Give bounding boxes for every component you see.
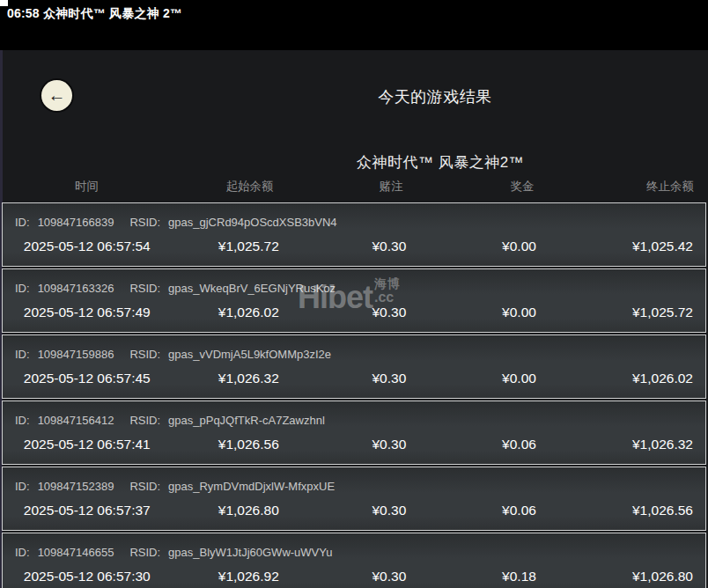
row-id-line: ID:109847152389RSID:gpas_RymDVmdDjxlW-Mf… — [3, 480, 705, 494]
row-id-line: ID:109847146655RSID:gpas_BlyW1JtJj60GWw-… — [3, 546, 705, 560]
cell-start-balance: ¥1,025.72 — [172, 238, 327, 255]
column-header-prize: 奖金 — [455, 179, 590, 195]
id-label: ID: — [15, 414, 30, 427]
cell-bet: ¥0.30 — [326, 502, 453, 519]
rsid-label: RSID: — [129, 546, 160, 559]
cell-end-balance: ¥1,026.32 — [586, 436, 705, 453]
cell-end-balance: ¥1,026.56 — [586, 502, 705, 519]
id-label: ID: — [15, 216, 30, 229]
column-header-bet: 赌注 — [328, 179, 455, 195]
cell-datetime: 2025-05-12 06:57:41 — [3, 436, 172, 453]
cell-start-balance: ¥1,026.32 — [172, 370, 327, 387]
cell-bet: ¥0.30 — [326, 370, 453, 387]
cell-prize: ¥0.00 — [453, 370, 586, 387]
cell-prize: ¥0.06 — [453, 502, 586, 519]
cell-bet: ¥0.30 — [326, 238, 453, 255]
status-bar-title: 06:58 众神时代™ 风暴之神 2™ — [7, 6, 182, 22]
round-id: 109847152389 — [38, 480, 114, 493]
cell-bet: ¥0.30 — [326, 568, 453, 585]
id-label: ID: — [15, 480, 30, 493]
results-panel: ← 今天的游戏结果 众神时代™ 风暴之神2™ 时间 起始余额 赌注 奖金 终止余… — [0, 50, 708, 588]
cell-prize: ¥0.00 — [453, 304, 586, 321]
column-header-time: 时间 — [2, 179, 172, 195]
row-values: 2025-05-12 06:57:37 ¥1,026.80 ¥0.30 ¥0.0… — [3, 502, 705, 519]
cell-end-balance: ¥1,025.72 — [586, 304, 705, 321]
page-title: 今天的游戏结果 — [162, 86, 708, 107]
id-label: ID: — [15, 282, 30, 295]
cell-datetime: 2025-05-12 06:57:54 — [3, 238, 172, 255]
cell-bet: ¥0.30 — [326, 436, 453, 453]
table-row: ID:109847156412RSID:gpas_pPqJQfTkR-cA7Za… — [2, 401, 706, 465]
rsid-label: RSID: — [129, 348, 160, 361]
table-row: ID:109847166839RSID:gpas_gjCRd94pOScdXSB… — [2, 202, 706, 267]
table-header-row: 时间 起始余额 赌注 奖金 终止余额 — [2, 179, 708, 195]
rsid-label: RSID: — [129, 414, 160, 427]
row-values: 2025-05-12 06:57:41 ¥1,026.56 ¥0.30 ¥0.0… — [3, 436, 705, 453]
column-header-start-balance: 起始余额 — [172, 179, 328, 195]
table-row: ID:109847152389RSID:gpas_RymDVmdDjxlW-Mf… — [2, 467, 706, 531]
cell-start-balance: ¥1,026.80 — [172, 502, 327, 519]
rsid-label: RSID: — [129, 282, 160, 295]
row-values: 2025-05-12 06:57:30 ¥1,026.92 ¥0.30 ¥0.1… — [3, 568, 705, 585]
table-row: ID:109847163326RSID:gpas_WkeqBrV_6EGNjYR… — [2, 268, 706, 333]
round-id: 109847156412 — [38, 414, 114, 427]
cell-prize: ¥0.06 — [453, 436, 586, 453]
round-rsid: gpas_BlyW1JtJj60GWw-uWVYu — [168, 546, 332, 559]
cell-datetime: 2025-05-12 06:57:37 — [3, 502, 172, 519]
cell-start-balance: ¥1,026.56 — [172, 436, 327, 453]
table-row: ID:109847159886RSID:gpas_vVDmjA5L9kfOMMp… — [2, 334, 706, 399]
cell-bet: ¥0.30 — [326, 304, 453, 321]
row-id-line: ID:109847156412RSID:gpas_pPqJQfTkR-cA7Za… — [3, 414, 705, 428]
back-arrow-icon: ← — [48, 85, 66, 105]
round-rsid: gpas_WkeqBrV_6EGNjYRusKoz — [168, 282, 336, 295]
cell-prize: ¥0.00 — [453, 238, 586, 255]
round-id: 109847163326 — [38, 282, 114, 295]
row-values: 2025-05-12 06:57:54 ¥1,025.72 ¥0.30 ¥0.0… — [3, 238, 705, 255]
game-title: 众神时代™ 风暴之神2™ — [173, 152, 708, 173]
cell-end-balance: ¥1,026.80 — [586, 568, 705, 585]
cell-datetime: 2025-05-12 06:57:30 — [3, 568, 172, 585]
rsid-label: RSID: — [129, 480, 160, 493]
status-bar: 06:58 众神时代™ 风暴之神 2™ — [0, 0, 708, 50]
cell-datetime: 2025-05-12 06:57:49 — [3, 304, 172, 321]
row-id-line: ID:109847163326RSID:gpas_WkeqBrV_6EGNjYR… — [3, 282, 705, 296]
results-list: ID:109847166839RSID:gpas_gjCRd94pOScdXSB… — [2, 202, 706, 588]
row-id-line: ID:109847159886RSID:gpas_vVDmjA5L9kfOMMp… — [3, 348, 705, 362]
table-row: ID:109847146655RSID:gpas_BlyW1JtJj60GWw-… — [2, 533, 706, 588]
round-rsid: gpas_RymDVmdDjxlW-MfxpxUE — [168, 480, 335, 493]
rsid-label: RSID: — [129, 216, 160, 229]
cell-end-balance: ¥1,025.42 — [586, 238, 705, 255]
id-label: ID: — [15, 348, 30, 361]
cell-prize: ¥0.18 — [453, 568, 586, 585]
round-id: 109847159886 — [38, 348, 114, 361]
round-rsid: gpas_vVDmjA5L9kfOMMp3zI2e — [168, 348, 331, 361]
cell-datetime: 2025-05-12 06:57:45 — [3, 370, 172, 387]
cell-start-balance: ¥1,026.92 — [172, 568, 327, 585]
round-id: 109847146655 — [38, 546, 114, 559]
corner-square — [0, 0, 8, 6]
round-rsid: gpas_pPqJQfTkR-cA7Zawzhnl — [168, 414, 325, 427]
row-id-line: ID:109847166839RSID:gpas_gjCRd94pOScdXSB… — [3, 216, 705, 230]
column-header-end-balance: 终止余额 — [589, 179, 708, 195]
row-values: 2025-05-12 06:57:49 ¥1,026.02 ¥0.30 ¥0.0… — [3, 304, 705, 321]
cell-end-balance: ¥1,026.02 — [586, 370, 705, 387]
row-values: 2025-05-12 06:57:45 ¥1,026.32 ¥0.30 ¥0.0… — [3, 370, 705, 387]
back-button[interactable]: ← — [41, 80, 72, 111]
round-id: 109847166839 — [38, 216, 114, 229]
cell-start-balance: ¥1,026.02 — [172, 304, 327, 321]
round-rsid: gpas_gjCRd94pOScdXSB3bVN4 — [168, 216, 337, 229]
id-label: ID: — [15, 546, 30, 559]
